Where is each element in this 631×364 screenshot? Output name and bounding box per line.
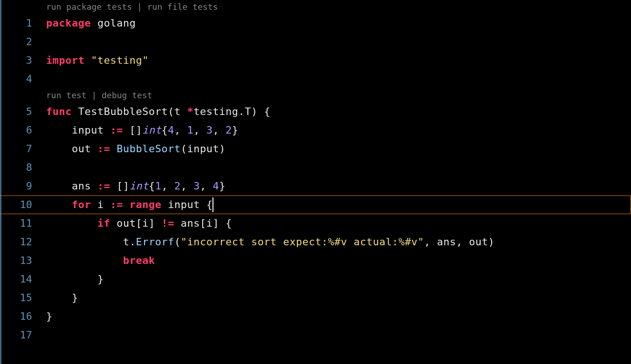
- codelens-package: run package tests | run file tests: [46, 0, 631, 14]
- debug-test-link[interactable]: debug test: [102, 90, 152, 100]
- code-line[interactable]: package golang: [46, 14, 631, 33]
- code-line[interactable]: [46, 326, 631, 344]
- line-number: 11: [1, 214, 32, 233]
- line-number: 6: [1, 121, 32, 140]
- codelens-function: run test | debug test: [46, 88, 631, 102]
- code-line[interactable]: out := BubbleSort(input): [46, 140, 631, 158]
- code-content-area[interactable]: run package tests | run file tests packa…: [46, 0, 631, 364]
- run-package-tests-link[interactable]: run package tests: [46, 2, 132, 12]
- run-test-link[interactable]: run test: [46, 90, 87, 100]
- line-number: 14: [1, 270, 32, 289]
- line-number: 5: [1, 102, 32, 121]
- line-number: 9: [1, 177, 32, 195]
- code-line[interactable]: }: [46, 307, 631, 326]
- line-number: 2: [1, 33, 32, 51]
- code-line[interactable]: [46, 70, 631, 88]
- line-number: 13: [1, 251, 32, 270]
- code-line[interactable]: t.Errorf("incorrect sort expect:%#v actu…: [46, 233, 631, 251]
- line-number: 17: [1, 326, 32, 344]
- code-line-current[interactable]: for i := range input {: [0, 195, 631, 214]
- code-line[interactable]: }: [46, 270, 631, 289]
- code-line[interactable]: ans := []int{1, 2, 3, 4}: [46, 177, 631, 195]
- line-number: 16: [1, 307, 32, 326]
- code-line[interactable]: }: [46, 289, 631, 307]
- code-line[interactable]: import "testing": [46, 51, 631, 70]
- line-number-gutter: 1 2 3 4 5 6 7 8 9 10 11 12 13 14 15 16 1…: [1, 0, 46, 364]
- run-file-tests-link[interactable]: run file tests: [147, 2, 218, 12]
- code-line[interactable]: if out[i] != ans[i] {: [46, 214, 631, 233]
- code-line[interactable]: [46, 158, 631, 177]
- line-number: 3: [1, 51, 32, 70]
- code-line[interactable]: input := []int{4, 1, 3, 2}: [46, 121, 631, 140]
- line-number: 4: [1, 70, 32, 88]
- code-line[interactable]: func TestBubbleSort(t *testing.T) {: [46, 102, 631, 121]
- code-line[interactable]: break: [46, 251, 631, 270]
- code-line[interactable]: [46, 33, 631, 51]
- line-number: 1: [1, 14, 32, 33]
- line-number: 8: [1, 158, 32, 177]
- text-cursor: [213, 197, 213, 212]
- line-number: 15: [1, 289, 32, 307]
- code-editor[interactable]: 1 2 3 4 5 6 7 8 9 10 11 12 13 14 15 16 1…: [0, 0, 631, 364]
- line-number: 7: [1, 140, 32, 158]
- line-number: 12: [1, 233, 32, 251]
